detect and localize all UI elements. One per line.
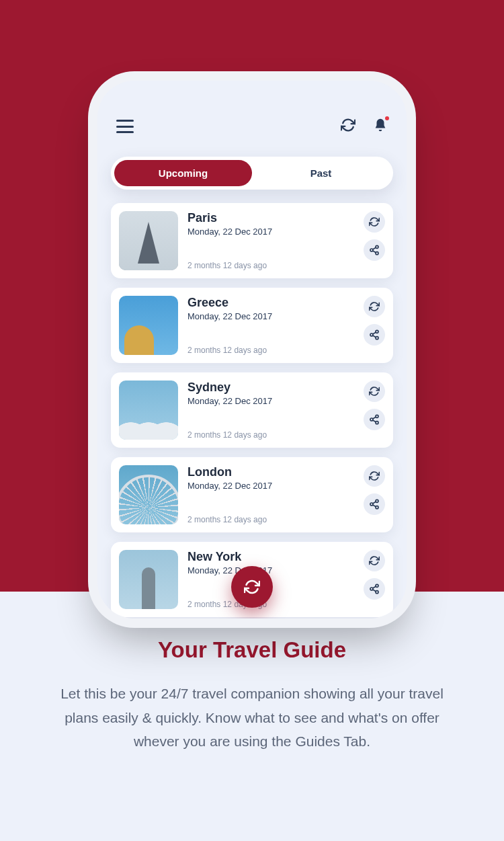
- notification-dot: [385, 116, 389, 120]
- trip-thumbnail: [119, 381, 178, 440]
- fab-refresh[interactable]: [231, 566, 273, 608]
- menu-icon[interactable]: [116, 120, 134, 133]
- refresh-icon[interactable]: [364, 296, 385, 317]
- trip-ago: 2 months 12 days ago: [187, 600, 354, 609]
- hero-section: Upcoming Past Paris Monday, 22 Dec 2017 …: [0, 0, 504, 592]
- trip-title: Greece: [187, 296, 354, 310]
- trip-title: Sydney: [187, 381, 354, 395]
- refresh-icon[interactable]: [364, 550, 385, 571]
- promo-body: Let this be your 24/7 travel companion s…: [47, 682, 457, 754]
- trip-title: London: [187, 465, 354, 479]
- svg-line-14: [373, 420, 376, 422]
- trip-date: Monday, 22 Dec 2017: [187, 396, 354, 406]
- svg-point-2: [376, 252, 378, 255]
- trip-thumbnail: [119, 550, 178, 609]
- share-icon[interactable]: [364, 239, 385, 261]
- trip-card[interactable]: Sydney Monday, 22 Dec 2017 2 months 12 d…: [111, 372, 393, 448]
- svg-line-9: [373, 335, 376, 337]
- trip-ago: 2 months 12 days ago: [187, 261, 354, 270]
- share-icon[interactable]: [364, 493, 385, 515]
- trip-date: Monday, 22 Dec 2017: [187, 227, 354, 237]
- trip-card[interactable]: London Monday, 22 Dec 2017 2 months 12 d…: [111, 457, 393, 532]
- phone-mockup: Upcoming Past Paris Monday, 22 Dec 2017 …: [97, 81, 407, 618]
- topbar: [111, 94, 393, 149]
- svg-point-1: [370, 249, 373, 251]
- trip-ago: 2 months 12 days ago: [187, 346, 354, 355]
- svg-line-13: [373, 417, 376, 419]
- refresh-icon[interactable]: [364, 211, 385, 233]
- svg-point-21: [370, 588, 373, 590]
- bell-icon[interactable]: [373, 118, 388, 135]
- svg-point-16: [370, 503, 373, 506]
- svg-point-5: [376, 330, 378, 333]
- trip-card[interactable]: Paris Monday, 22 Dec 2017 2 months 12 da…: [111, 203, 393, 278]
- trip-date: Monday, 22 Dec 2017: [187, 481, 354, 491]
- svg-point-11: [370, 418, 373, 421]
- share-icon[interactable]: [364, 409, 385, 430]
- trip-date: Monday, 22 Dec 2017: [187, 311, 354, 321]
- trip-card[interactable]: Greece Monday, 22 Dec 2017 2 months 12 d…: [111, 288, 393, 363]
- svg-line-18: [373, 502, 376, 504]
- svg-line-23: [373, 586, 376, 588]
- trip-ago: 2 months 12 days ago: [187, 430, 354, 440]
- svg-point-15: [376, 499, 378, 502]
- tab-upcoming[interactable]: Upcoming: [114, 160, 252, 186]
- tab-bar: Upcoming Past: [111, 157, 393, 190]
- refresh-icon[interactable]: [364, 381, 385, 402]
- svg-point-20: [376, 584, 378, 587]
- svg-point-22: [376, 591, 378, 594]
- trip-ago: 2 months 12 days ago: [187, 515, 354, 524]
- trip-list: Paris Monday, 22 Dec 2017 2 months 12 da…: [111, 203, 393, 617]
- trip-title: Paris: [187, 211, 354, 225]
- svg-line-3: [373, 247, 376, 249]
- promo-title: Your Travel Guide: [47, 637, 457, 663]
- svg-line-24: [373, 590, 376, 592]
- tab-past[interactable]: Past: [252, 160, 390, 186]
- svg-point-10: [376, 415, 378, 417]
- svg-line-4: [373, 251, 376, 253]
- trip-thumbnail: [119, 211, 178, 270]
- svg-point-0: [376, 245, 378, 248]
- svg-point-17: [376, 506, 378, 509]
- refresh-icon[interactable]: [364, 465, 385, 487]
- svg-point-7: [376, 337, 378, 339]
- share-icon[interactable]: [364, 324, 385, 346]
- trip-thumbnail: [119, 296, 178, 355]
- app-screen: Upcoming Past Paris Monday, 22 Dec 2017 …: [97, 81, 407, 618]
- topbar-actions: [341, 118, 388, 135]
- svg-line-8: [373, 332, 376, 334]
- share-icon[interactable]: [364, 578, 385, 600]
- svg-point-6: [370, 333, 373, 336]
- trip-thumbnail: [119, 465, 178, 524]
- trip-title: New York: [187, 550, 354, 564]
- svg-point-12: [376, 422, 378, 424]
- trip-date: Monday, 22 Dec 2017: [187, 565, 354, 575]
- svg-line-19: [373, 505, 376, 507]
- refresh-icon[interactable]: [341, 118, 355, 135]
